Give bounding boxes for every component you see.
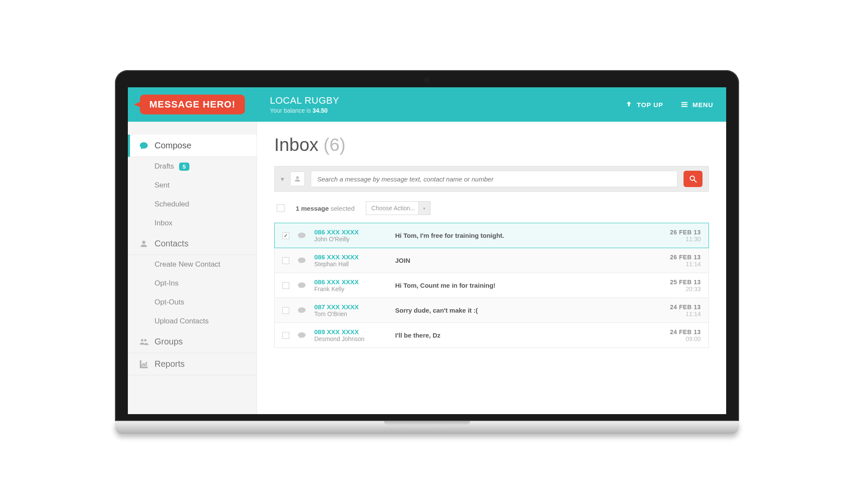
- svg-point-4: [298, 282, 306, 288]
- search-bar: ▾: [274, 166, 709, 192]
- header-actions: TOP UP MENU: [625, 101, 713, 108]
- selection-suffix: selected: [329, 205, 355, 212]
- sender-name: Stephan Hall: [314, 261, 387, 267]
- page-title-count: (6): [323, 135, 345, 155]
- bulk-action-placeholder: Choose Action...: [371, 205, 415, 212]
- sender-name: John O'Reilly: [314, 236, 387, 243]
- sidebar-upload-contacts-label: Upload Contacts: [155, 317, 209, 326]
- sidebar-contacts-label: Contacts: [155, 239, 189, 249]
- sidebar: Compose Drafts 5 Sent Scheduled Inbox Co…: [128, 122, 257, 414]
- message-bubble-icon: [297, 257, 306, 264]
- message-preview: Sorry dude, can't make it :(: [395, 307, 662, 314]
- row-checkbox[interactable]: [282, 332, 289, 339]
- speech-bubble-icon: [139, 141, 149, 151]
- sender-name: Tom O'Brien: [314, 310, 387, 317]
- sidebar-compose[interactable]: Compose: [128, 135, 257, 157]
- main-content: Inbox (6) ▾: [257, 122, 726, 414]
- message-time: 11:14: [670, 261, 701, 267]
- sender-column: 086 XXX XXXXStephan Hall: [314, 253, 387, 267]
- sender-column: 089 XXX XXXXDesmond Johnson: [314, 328, 387, 342]
- sender-phone: 089 XXX XXXX: [314, 328, 387, 335]
- sidebar-scheduled[interactable]: Scheduled: [128, 195, 257, 214]
- message-date: 24 FEB 13: [670, 329, 701, 335]
- search-button[interactable]: [684, 171, 702, 187]
- row-checkbox[interactable]: [282, 282, 289, 289]
- balance-amount: 34.50: [313, 107, 328, 114]
- message-preview: I'll be there, Dz: [395, 332, 662, 339]
- drafts-badge: 5: [179, 163, 189, 171]
- sender-column: 087 XXX XXXXTom O'Brien: [314, 303, 387, 317]
- sender-column: 086 XXX XXXXJohn O'Reilly: [314, 228, 387, 243]
- date-column: 25 FEB 1320:33: [670, 279, 701, 292]
- message-row[interactable]: 087 XXX XXXXTom O'BrienSorry dude, can't…: [274, 298, 709, 323]
- selection-count: 1 message: [296, 205, 329, 212]
- select-all-checkbox[interactable]: [277, 204, 285, 212]
- topup-label: TOP UP: [637, 101, 663, 108]
- chart-icon: [139, 360, 149, 369]
- sidebar-inbox[interactable]: Inbox: [128, 214, 257, 233]
- sidebar-groups[interactable]: Groups: [128, 331, 257, 353]
- sidebar-drafts-label: Drafts: [155, 162, 174, 171]
- people-icon: [139, 337, 149, 347]
- row-checkbox[interactable]: [282, 307, 289, 314]
- sidebar-drafts[interactable]: Drafts 5: [128, 157, 257, 176]
- sidebar-contacts[interactable]: Contacts: [128, 233, 257, 255]
- row-checkbox[interactable]: [282, 257, 289, 264]
- account-block: LOCAL RUGBY Your balance is 34.50: [257, 95, 625, 114]
- sidebar-optouts-label: Opt-Outs: [155, 298, 184, 307]
- sender-phone: 086 XXX XXXX: [314, 253, 387, 261]
- app-header: MESSAGE HERO! LOCAL RUGBY Your balance i…: [128, 87, 726, 122]
- sender-name: Desmond Johnson: [314, 335, 387, 342]
- message-row[interactable]: 086 XXX XXXXJohn O'ReillyHi Tom, I'm fre…: [274, 223, 709, 248]
- svg-point-5: [298, 307, 306, 313]
- message-preview: Hi Tom, Count me in for training!: [395, 282, 662, 289]
- sidebar-reports[interactable]: Reports: [128, 353, 257, 375]
- message-row[interactable]: 086 XXX XXXXFrank KellyHi Tom, Count me …: [274, 273, 709, 298]
- search-scope-contact-button[interactable]: [290, 172, 305, 186]
- sidebar-create-contact[interactable]: Create New Contact: [128, 255, 257, 274]
- sender-name: Frank Kelly: [314, 286, 387, 292]
- message-row[interactable]: 086 XXX XXXXStephan HallJOIN26 FEB 1311:…: [274, 248, 709, 273]
- brand-logo[interactable]: MESSAGE HERO!: [140, 95, 245, 114]
- message-preview: Hi Tom, I'm free for training tonight.: [395, 232, 662, 239]
- sidebar-create-contact-label: Create New Contact: [155, 260, 220, 269]
- message-time: 20:33: [670, 286, 701, 292]
- person-icon: [294, 175, 301, 183]
- bulk-action-select[interactable]: Choose Action...: [366, 201, 430, 215]
- laptop-base: [115, 421, 739, 434]
- sidebar-groups-label: Groups: [155, 337, 183, 347]
- message-row[interactable]: 089 XXX XXXXDesmond JohnsonI'll be there…: [274, 323, 709, 348]
- person-icon: [139, 239, 149, 249]
- row-checkbox[interactable]: [282, 232, 289, 239]
- logo-wrap: MESSAGE HERO!: [128, 95, 257, 114]
- search-filter-dropdown[interactable]: ▾: [281, 175, 284, 183]
- message-bubble-icon: [297, 332, 306, 339]
- sender-phone: 087 XXX XXXX: [314, 303, 387, 310]
- sender-phone: 086 XXX XXXX: [314, 278, 387, 286]
- sidebar-inbox-label: Inbox: [155, 219, 173, 227]
- svg-line-1: [694, 180, 696, 182]
- sidebar-sent[interactable]: Sent: [128, 176, 257, 195]
- account-name: LOCAL RUGBY: [270, 95, 625, 106]
- svg-point-2: [298, 232, 306, 238]
- message-date: 26 FEB 13: [670, 229, 701, 236]
- message-preview: JOIN: [395, 257, 662, 264]
- sidebar-optins-label: Opt-Ins: [155, 279, 179, 288]
- sidebar-upload-contacts[interactable]: Upload Contacts: [128, 312, 257, 331]
- page-title-text: Inbox: [274, 135, 319, 155]
- search-input[interactable]: [311, 171, 678, 187]
- sidebar-optouts[interactable]: Opt-Outs: [128, 293, 257, 312]
- date-column: 26 FEB 1311:14: [670, 254, 701, 267]
- date-column: 24 FEB 1311:14: [670, 304, 701, 317]
- search-icon: [689, 175, 697, 183]
- sidebar-scheduled-label: Scheduled: [155, 200, 189, 209]
- topup-button[interactable]: TOP UP: [625, 101, 663, 108]
- hamburger-icon: [681, 101, 688, 108]
- date-column: 24 FEB 1309:00: [670, 329, 701, 342]
- message-date: 26 FEB 13: [670, 254, 701, 261]
- laptop-frame: MESSAGE HERO! LOCAL RUGBY Your balance i…: [115, 70, 739, 434]
- sidebar-optins[interactable]: Opt-Ins: [128, 274, 257, 293]
- sender-column: 086 XXX XXXXFrank Kelly: [314, 278, 387, 292]
- menu-button[interactable]: MENU: [681, 101, 713, 108]
- camera-dot: [425, 78, 429, 82]
